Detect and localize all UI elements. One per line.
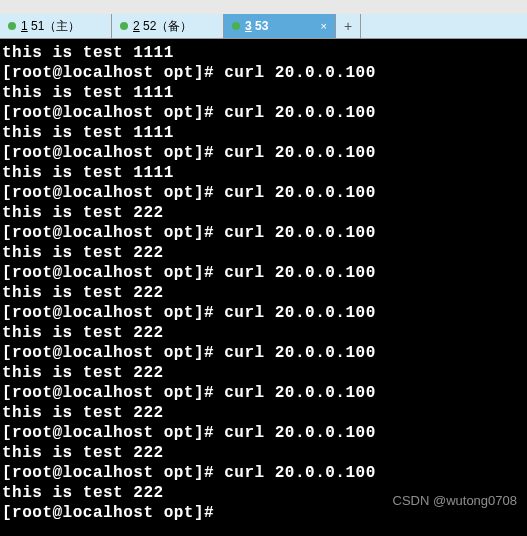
tab-session-1[interactable]: 1 51（主） (0, 14, 112, 38)
terminal-line: [root@localhost opt]# curl 20.0.0.100 (2, 263, 525, 283)
status-dot-icon (232, 22, 240, 30)
status-dot-icon (8, 22, 16, 30)
tab-label: 3 53 (245, 19, 268, 33)
window-title-bar (0, 0, 527, 14)
terminal-line: [root@localhost opt]# curl 20.0.0.100 (2, 143, 525, 163)
terminal-line: [root@localhost opt]# curl 20.0.0.100 (2, 103, 525, 123)
terminal-line: this is test 1111 (2, 83, 525, 103)
tab-session-2[interactable]: 2 52（备） (112, 14, 224, 38)
new-tab-button[interactable]: + (336, 14, 361, 38)
terminal-line: this is test 222 (2, 283, 525, 303)
terminal-line: this is test 222 (2, 443, 525, 463)
terminal-line: [root@localhost opt]# curl 20.0.0.100 (2, 223, 525, 243)
terminal-line: this is test 222 (2, 323, 525, 343)
terminal-line: this is test 222 (2, 363, 525, 383)
terminal-line: [root@localhost opt]# curl 20.0.0.100 (2, 383, 525, 403)
terminal-line: this is test 222 (2, 403, 525, 423)
terminal-line: this is test 222 (2, 203, 525, 223)
terminal-line: this is test 1111 (2, 123, 525, 143)
terminal-line: this is test 1111 (2, 163, 525, 183)
tab-bar: 1 51（主） 2 52（备） 3 53 × + (0, 14, 527, 39)
terminal-line: [root@localhost opt]# curl 20.0.0.100 (2, 183, 525, 203)
terminal-output[interactable]: this is test 1111[root@localhost opt]# c… (0, 39, 527, 536)
terminal-line: [root@localhost opt]# curl 20.0.0.100 (2, 463, 525, 483)
tab-label: 1 51（主） (21, 18, 80, 35)
terminal-line: [root@localhost opt]# curl 20.0.0.100 (2, 63, 525, 83)
watermark: CSDN @wutong0708 (393, 493, 517, 508)
terminal-line: [root@localhost opt]# curl 20.0.0.100 (2, 303, 525, 323)
close-icon[interactable]: × (321, 20, 327, 32)
terminal-line: this is test 1111 (2, 43, 525, 63)
terminal-line: [root@localhost opt]# curl 20.0.0.100 (2, 343, 525, 363)
tab-session-3[interactable]: 3 53 × (224, 14, 336, 38)
terminal-line: [root@localhost opt]# curl 20.0.0.100 (2, 423, 525, 443)
terminal-line: this is test 222 (2, 243, 525, 263)
status-dot-icon (120, 22, 128, 30)
tab-label: 2 52（备） (133, 18, 192, 35)
